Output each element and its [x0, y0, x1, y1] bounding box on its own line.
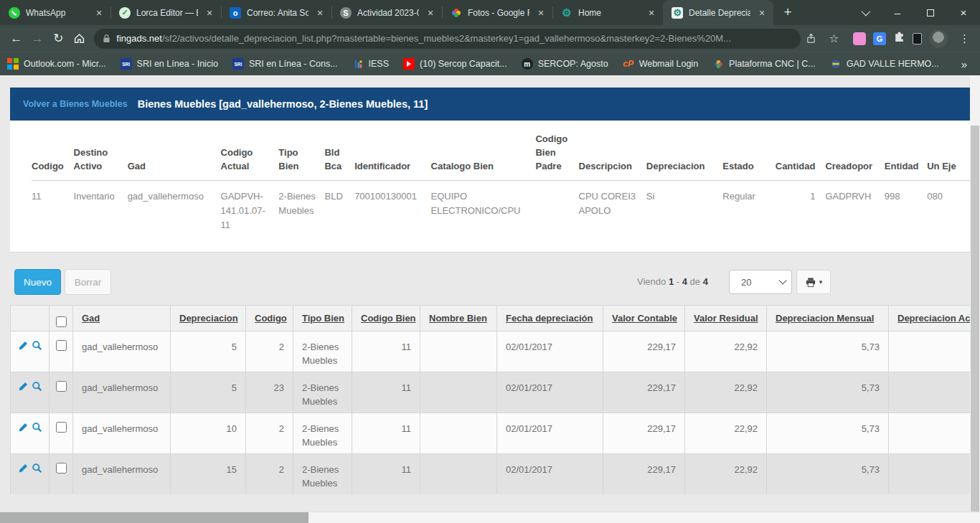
youtube-icon	[403, 58, 415, 70]
sort-depreciacion[interactable]: Depreciacion	[179, 313, 238, 324]
home-icon[interactable]	[69, 28, 90, 50]
master-catalogo-bien: EQUIPO ELECTRONICO/CPU	[431, 181, 536, 233]
tab-close-icon[interactable]: ×	[204, 7, 215, 19]
master-data-row: 11 Inventario gad_vallehermoso GADPVH-14…	[32, 181, 970, 233]
tab-close-icon[interactable]: ×	[93, 7, 105, 19]
window-close-button[interactable]: ×	[947, 0, 980, 25]
cpanel-icon: cP	[623, 58, 634, 70]
sort-valor-residual[interactable]: Valor Residual	[694, 313, 758, 324]
puzzle-extensions-icon[interactable]	[893, 31, 905, 46]
cell-codigo: 2	[246, 454, 293, 495]
vertical-scrollbar-thumb[interactable]	[971, 126, 979, 512]
page-size-select[interactable]: 20	[729, 270, 792, 294]
cell-nombre-bien	[420, 454, 497, 495]
nuevo-button[interactable]: Nuevo	[14, 269, 61, 295]
tab-home[interactable]: ⚙ Home ×	[552, 0, 663, 25]
sort-fecha-depreciacion[interactable]: Fecha depreciación	[506, 313, 593, 324]
row-checkbox[interactable]	[56, 381, 67, 392]
tab-close-icon[interactable]: ×	[756, 7, 768, 19]
sort-codigo-bien[interactable]: Codigo Bien	[361, 313, 416, 324]
sort-tipo-bien[interactable]: Tipo Bien	[302, 313, 344, 324]
tab-fotos[interactable]: Fotos - Google F ×	[442, 0, 552, 25]
address-bar[interactable]: fingads.net/sf2/activos/detalle_deprecia…	[94, 29, 801, 49]
window-minimize-button[interactable]: –	[881, 0, 914, 25]
horizontal-scrollbar[interactable]	[0, 512, 980, 523]
profile-avatar[interactable]	[929, 29, 948, 48]
tab-correo[interactable]: o Correo: Anita Sos ×	[221, 0, 331, 25]
extension-dark-icon[interactable]	[913, 33, 922, 44]
edit-pencil-icon[interactable]	[18, 422, 29, 433]
cell-tipo-bien: 2-Bienes Muebles	[293, 454, 352, 495]
tab-detalle-depreciacion-active[interactable]: ⚙ Detalle Depreciac ×	[663, 0, 773, 25]
master-entidad: 998	[885, 181, 927, 233]
cell-depreciacion: 5	[171, 331, 246, 372]
sort-nombre-bien[interactable]: Nombre Bien	[429, 313, 487, 324]
bookmark-sri-consultas[interactable]: SRI SRI en Línea - Cons...	[232, 58, 338, 70]
cell-nombre-bien	[420, 331, 497, 372]
share-icon[interactable]	[801, 28, 821, 50]
cell-valor-contable: 229,17	[603, 372, 685, 413]
bookmark-sercop-agosto[interactable]: m SERCOP: Agosto	[522, 58, 608, 70]
bookmark-plataforma-cnc[interactable]: Plataforma CNC | C...	[712, 58, 816, 70]
bookmark-iess[interactable]: IESS	[352, 58, 390, 70]
tab-search-chevron-icon[interactable]	[848, 0, 881, 25]
tab-close-icon[interactable]: ×	[314, 7, 326, 19]
bookmark-sri-inicio[interactable]: SRI SRI en Línea - Inicio	[121, 58, 218, 70]
cell-fecha: 02/01/2017	[497, 331, 603, 372]
cell-codigo-bien: 11	[352, 413, 420, 454]
tab-whatsapp[interactable]: WhatsApp ×	[0, 0, 110, 25]
chrome-menu-icon[interactable]: ⋮	[955, 32, 974, 45]
tab-close-icon[interactable]: ×	[535, 7, 547, 19]
app-gear-icon: ⚙	[672, 7, 683, 19]
tab-actividad[interactable]: S Actividad 2023-0 ×	[331, 0, 442, 25]
bookmark-sercop-youtube[interactable]: (10) Sercop Capacit...	[403, 58, 507, 70]
back-icon[interactable]: ←	[6, 28, 27, 50]
row-checkbox[interactable]	[56, 340, 67, 351]
printer-icon	[805, 277, 816, 288]
sort-valor-contable[interactable]: Valor Contable	[612, 313, 677, 324]
sort-depreciacion-mensual[interactable]: Depreciacion Mensual	[776, 313, 874, 324]
bookmark-outlook[interactable]: Outlook.com - Micr...	[7, 58, 106, 70]
cell-dep-mensual: 5,73	[767, 372, 889, 413]
edit-pencil-icon[interactable]	[18, 463, 29, 473]
tab-lorca[interactable]: ✓ Lorca Editor — El ×	[110, 0, 221, 25]
view-magnifier-icon[interactable]	[32, 381, 42, 392]
view-magnifier-icon[interactable]	[32, 463, 42, 473]
browser-toolbar: ← → ↻ fingads.net/sf2/activos/detalle_de…	[0, 25, 980, 52]
bookmark-webmail[interactable]: cP Webmail Login	[623, 58, 698, 70]
bookmark-gad-vallehermoso[interactable]: GAD VALLE HERMO...	[830, 58, 939, 70]
master-gad: gad_vallehermoso	[128, 181, 221, 233]
cell-fecha: 02/01/2017	[497, 372, 603, 413]
horizontal-scrollbar-thumb[interactable]	[0, 512, 308, 523]
print-button[interactable]: ▾	[796, 270, 831, 294]
edit-pencil-icon[interactable]	[18, 340, 29, 351]
sort-codigo[interactable]: Codigo	[255, 313, 287, 324]
table-row: gad_vallehermoso 5 2 2-Bienes Muebles 11…	[11, 331, 971, 372]
sort-depreciacion-acumulada[interactable]: Depreciacion Acumulada	[897, 313, 970, 324]
bookmarks-overflow-icon[interactable]: »	[961, 58, 973, 70]
viewing-status: Viendo 1 - 4 de 4	[637, 276, 708, 287]
back-to-bienes-muebles-link[interactable]: Volver a Bienes Muebles	[23, 99, 128, 109]
master-codigo-bien-padre	[535, 181, 578, 233]
window-restore-button[interactable]	[914, 0, 947, 25]
vertical-scrollbar[interactable]	[970, 75, 980, 512]
borrar-button[interactable]: Borrar	[65, 269, 111, 295]
new-tab-button[interactable]: +	[778, 2, 798, 22]
caret-down-icon: ▾	[819, 278, 823, 286]
forward-icon[interactable]: →	[27, 28, 47, 50]
tab-close-icon[interactable]: ×	[646, 7, 657, 19]
row-checkbox[interactable]	[56, 422, 67, 433]
cell-valor-residual: 22,92	[685, 413, 767, 454]
view-magnifier-icon[interactable]	[32, 422, 42, 433]
reload-icon[interactable]: ↻	[48, 28, 69, 50]
translate-extension-icon[interactable]: G	[873, 32, 886, 45]
select-all-checkbox[interactable]	[56, 316, 67, 327]
tab-close-icon[interactable]: ×	[425, 7, 436, 19]
edit-pencil-icon[interactable]	[18, 381, 29, 392]
scrollbar-corner	[970, 512, 980, 523]
bookmark-star-icon[interactable]: ☆	[824, 28, 844, 50]
row-checkbox[interactable]	[56, 463, 67, 473]
extension-pink-icon[interactable]	[853, 32, 866, 45]
sort-gad[interactable]: Gad	[82, 313, 100, 324]
view-magnifier-icon[interactable]	[32, 340, 42, 351]
